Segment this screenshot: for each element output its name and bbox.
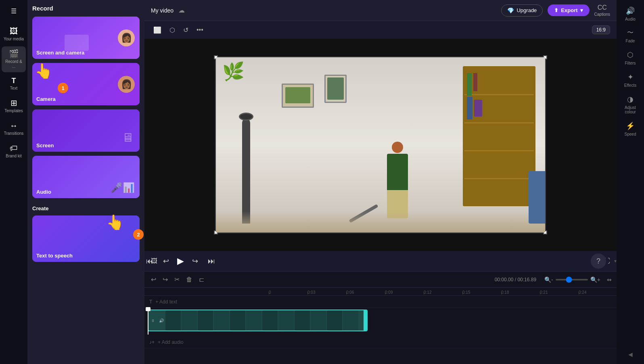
right-sidebar-item-effects[interactable]: ✦ Effects <box>618 69 642 91</box>
clip-right-handle[interactable] <box>364 310 367 331</box>
frame-8 <box>278 310 294 331</box>
crop-icon-button[interactable]: 🖼 <box>151 257 157 265</box>
record-card-screen[interactable]: Screen 🖥 <box>32 109 140 152</box>
video-scene: 🌿 <box>216 57 545 232</box>
undo-button[interactable]: ↩ <box>149 274 158 285</box>
timeline-ruler: 0 0:03 0:06 0:09 0:12 0:15 0:18 0:21 0:2… <box>144 288 617 296</box>
fade-label: Fade <box>626 39 635 43</box>
total-time: / 00:16.89 <box>515 277 536 282</box>
right-sidebar-item-speed[interactable]: ⚡ Speed <box>618 118 642 140</box>
hamburger-menu[interactable]: ☰ <box>7 3 21 19</box>
captions-button[interactable]: CC Captions <box>594 4 610 17</box>
sidebar-item-brand-kit[interactable]: 🏷 Brand kit <box>2 141 26 162</box>
zoom-control: 🔍- 🔍+ <box>544 276 600 283</box>
templates-icon: ⊞ <box>10 99 17 107</box>
frame-9 <box>295 310 310 331</box>
cut-button[interactable]: ✂ <box>173 274 181 285</box>
current-time: 00:00.00 <box>495 277 514 282</box>
zoom-in-button[interactable]: 🔍+ <box>590 276 600 283</box>
record-card-screen-and-camera[interactable]: Screen and camera 👩🏾 <box>32 17 140 59</box>
right-sidebar-item-filters[interactable]: ⬡ Filters <box>618 47 642 69</box>
card-label-camera: Camera <box>32 93 60 105</box>
split-button[interactable]: ⊏ <box>197 274 206 285</box>
your-media-icon: 🖼 <box>10 27 18 35</box>
right-sidebar-expand-arrow[interactable]: ◀ <box>625 348 636 361</box>
add-audio-button[interactable]: + Add audio <box>158 339 184 345</box>
tracks-container: 0 0:03 0:06 0:09 0:12 0:15 0:18 0:21 0:2… <box>144 288 617 348</box>
time-display: 00:00.00 / 00:16.89 <box>495 277 536 282</box>
right-sidebar-item-adjust-colour[interactable]: ◑ Adjust colour <box>618 92 642 117</box>
frame-6 <box>246 310 261 331</box>
bookshelf <box>463 66 535 206</box>
captions-label: Captions <box>594 12 610 17</box>
sidebar-item-templates[interactable]: ⊞ Templates <box>2 96 26 117</box>
frame-1 <box>165 310 181 331</box>
hamburger-icon: ☰ <box>11 8 17 15</box>
sidebar-item-transitions[interactable]: ↔ Transitions <box>2 118 26 139</box>
text-track-label: T + Add text <box>144 299 266 305</box>
speed-icon: ⚡ <box>626 121 635 130</box>
sidebar-item-your-media[interactable]: 🖼 Your media <box>2 24 26 45</box>
filmstrip <box>165 310 364 331</box>
main-area: My video ☁ 💎 Upgrade ⬆ Export ▾ CC Capti… <box>144 0 617 364</box>
timeline-toolbar: ↩ ↪ ✂ 🗑 ⊏ 00:00.00 / 00:16.89 🔍- 🔍+ ⇔ <box>144 272 617 288</box>
upgrade-button[interactable]: 💎 Upgrade <box>501 4 543 17</box>
audio-track-icon: ♪+ <box>149 339 155 345</box>
record-card-camera[interactable]: Camera 👩🏾 <box>32 63 140 105</box>
audio-sidebar-icon: 🔊 <box>626 6 635 15</box>
badge-1: 1 <box>58 83 68 93</box>
record-card-text-to-speech[interactable]: Text to speech <box>32 215 140 262</box>
rewind-button[interactable]: ↩ <box>161 255 171 267</box>
ruler-18: 0:18 <box>501 290 540 295</box>
playhead <box>148 308 148 335</box>
collapse-button[interactable]: ▾ <box>614 258 617 264</box>
sidebar-label-record: Record &... <box>5 59 22 69</box>
video-clip[interactable]: ⏸ 🔊 <box>148 310 368 331</box>
crop-tool-button[interactable]: ⬜ <box>151 24 164 36</box>
zoom-slider[interactable] <box>556 279 588 280</box>
sidebar-item-record[interactable]: 🎬 Record &... <box>2 46 26 72</box>
ruler-0: 0 <box>269 290 307 295</box>
transform-tool-button[interactable]: ⬡ <box>167 24 178 36</box>
shelf-1 <box>464 94 534 95</box>
project-name[interactable]: My video <box>151 7 174 14</box>
frame-10 <box>311 310 326 331</box>
zoom-out-button[interactable]: 🔍- <box>544 276 553 283</box>
sidebar-item-text[interactable]: T Text <box>2 74 26 94</box>
more-options-button[interactable]: ••• <box>194 24 206 36</box>
playhead-marker <box>146 307 151 311</box>
wall-painting-2 <box>324 75 347 103</box>
right-sidebar-item-audio[interactable]: 🔊 Audio <box>618 3 642 25</box>
card-label-screen-and-camera: Screen and camera <box>32 46 88 59</box>
video-track-main: ⏸ 🔊 <box>148 308 617 335</box>
skip-to-end-button[interactable]: ⏭ <box>206 255 217 267</box>
aspect-ratio-badge: 16:9 <box>592 25 610 34</box>
topbar: My video ☁ 💎 Upgrade ⬆ Export ▾ CC Capti… <box>144 0 617 21</box>
timeline-area: ↩ ↪ ✂ 🗑 ⊏ 00:00.00 / 00:16.89 🔍- 🔍+ ⇔ <box>144 271 617 364</box>
right-sidebar: 🔊 Audio 〜 Fade ⬡ Filters ✦ Effects ◑ Adj… <box>617 0 644 364</box>
create-section-title: Create <box>32 205 140 211</box>
card-label-tts: Text to speech <box>32 249 77 262</box>
panel-title: Record <box>32 5 140 12</box>
delete-button[interactable]: 🗑 <box>184 274 194 285</box>
record-card-audio[interactable]: Audio 🎤📊 <box>32 156 140 198</box>
ruler-21: 0:21 <box>540 290 579 295</box>
clip-pause-button[interactable]: ⏸ <box>148 317 157 324</box>
frame-7 <box>262 310 278 331</box>
clip-volume-button[interactable]: 🔊 <box>157 317 165 324</box>
fast-forward-button[interactable]: ↪ <box>190 255 200 267</box>
rotate-tool-button[interactable]: ↺ <box>181 24 191 36</box>
person-head <box>392 142 403 153</box>
sidebar-label-transitions: Transitions <box>4 131 24 136</box>
right-sidebar-item-fade[interactable]: 〜 Fade <box>618 25 642 46</box>
export-icon: ⬆ <box>554 7 558 13</box>
person-torso <box>387 154 408 190</box>
redo-button[interactable]: ↪ <box>161 274 169 285</box>
expand-timeline-button[interactable]: ⇔ <box>607 276 612 283</box>
help-button[interactable]: ? <box>591 253 606 269</box>
timeline-content: 0 0:03 0:06 0:09 0:12 0:15 0:18 0:21 0:2… <box>144 288 617 348</box>
play-button[interactable]: ▶ <box>177 256 184 266</box>
audio-track-label: ♪+ + Add audio <box>144 339 266 345</box>
export-button[interactable]: ⬆ Export ▾ <box>548 4 589 16</box>
add-text-button[interactable]: + Add text <box>155 299 177 305</box>
